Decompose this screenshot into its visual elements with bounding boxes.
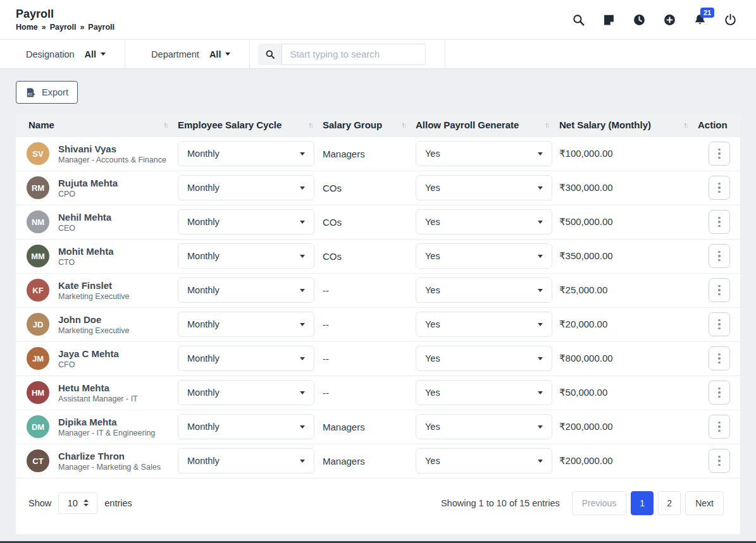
- employee-name: Jaya C Mehta: [58, 348, 119, 359]
- table-row: SV Shivani Vyas Manager - Accounts & Fin…: [16, 137, 740, 171]
- power-logout-icon[interactable]: [724, 13, 737, 27]
- row-actions-button[interactable]: [709, 312, 730, 336]
- entries-summary: Showing 1 to 10 of 15 entries: [441, 498, 560, 508]
- department-dropdown[interactable]: All: [209, 49, 231, 59]
- pagination-next-button[interactable]: Next: [685, 491, 724, 515]
- column-header[interactable]: Employee Salary Cycle ↑↓: [178, 114, 323, 137]
- employee-designation: Assistant Manager - IT: [58, 394, 138, 403]
- net-salary-cell: ₹500,000.00: [559, 205, 698, 239]
- salary-cycle-select[interactable]: Monthly: [178, 141, 314, 166]
- row-actions-button[interactable]: [709, 176, 730, 200]
- top-header: Payroll Home»Payroll»Payroll 21: [0, 0, 756, 39]
- allow-payroll-select[interactable]: Yes: [416, 141, 552, 166]
- designation-label: Designation: [26, 49, 75, 59]
- notification-count-badge: 21: [700, 8, 714, 18]
- row-actions-button[interactable]: [709, 210, 730, 234]
- chevron-down-icon: [300, 425, 305, 429]
- column-header[interactable]: Name ↑↓: [16, 114, 178, 137]
- chevron-down-icon: [300, 221, 305, 224]
- column-header-label: Salary Group: [323, 119, 382, 130]
- breadcrumb-item[interactable]: Payroll: [88, 23, 115, 32]
- chevron-down-icon: [538, 221, 543, 224]
- column-header[interactable]: Net Salary (Monthly) ↑↓: [559, 114, 698, 137]
- employee-name: Shivani Vyas: [58, 143, 166, 154]
- row-actions-button[interactable]: [709, 346, 730, 370]
- avatar: NM: [27, 210, 49, 233]
- search-icon[interactable]: [572, 13, 585, 27]
- chevron-down-icon: [300, 152, 305, 156]
- table-row: CT Charlize Thron Manager - Marketing & …: [16, 444, 740, 478]
- allow-payroll-select[interactable]: Yes: [416, 380, 552, 405]
- sort-arrows-icon: ↑↓: [545, 121, 550, 129]
- add-icon[interactable]: [663, 13, 676, 27]
- pagination-page-1[interactable]: 1: [631, 491, 654, 515]
- column-header[interactable]: Allow Payroll Generate ↑↓: [416, 114, 559, 137]
- employee-designation: CTO: [58, 258, 114, 267]
- allow-payroll-select[interactable]: Yes: [416, 209, 552, 235]
- salary-cycle-select[interactable]: Monthly: [178, 175, 314, 200]
- employee-name: Charlize Thron: [58, 451, 161, 461]
- salary-cycle-select[interactable]: Monthly: [178, 380, 314, 405]
- salary-cycle-select[interactable]: Monthly: [178, 346, 314, 371]
- notifications-bell-icon[interactable]: 21: [693, 13, 707, 27]
- allow-payroll-select[interactable]: Yes: [416, 312, 552, 337]
- sort-arrows-icon: ↑↓: [308, 121, 314, 129]
- allow-payroll-select[interactable]: Yes: [416, 448, 552, 473]
- employee-name: Nehil Mehta: [58, 212, 111, 223]
- row-actions-button[interactable]: [709, 142, 730, 166]
- table-row: MM Mohit Mehta CTO Monthly COs Yes ₹350,…: [16, 239, 740, 273]
- pagination-previous-button[interactable]: Previous: [572, 491, 626, 515]
- clock-icon[interactable]: [633, 13, 646, 27]
- column-header-label: Employee Salary Cycle: [178, 119, 282, 130]
- search-input-icon: [258, 44, 282, 65]
- notes-icon[interactable]: [602, 13, 616, 27]
- avatar: SV: [27, 142, 49, 165]
- salary-group-cell: --: [323, 273, 416, 307]
- table-row: HM Hetu Mehta Assistant Manager - IT Mon…: [16, 375, 740, 410]
- net-salary-cell: ₹20,000.00: [559, 307, 698, 341]
- column-header[interactable]: Salary Group ↑↓: [323, 114, 416, 137]
- row-actions-button[interactable]: [709, 381, 730, 405]
- row-actions-button[interactable]: [709, 415, 730, 439]
- allow-payroll-select[interactable]: Yes: [416, 278, 552, 303]
- export-icon: [25, 87, 36, 98]
- chevron-down-icon: [225, 52, 230, 56]
- net-salary-cell: ₹800,000.00: [559, 341, 698, 375]
- show-label: Show: [28, 498, 51, 508]
- column-header: Action: [698, 114, 740, 137]
- table-row: NM Nehil Mehta CEO Monthly COs Yes ₹500,…: [16, 205, 740, 239]
- breadcrumb-item[interactable]: Payroll: [50, 23, 77, 32]
- search-input[interactable]: [282, 44, 426, 65]
- salary-cycle-select[interactable]: Monthly: [178, 209, 314, 235]
- allow-payroll-select[interactable]: Yes: [416, 346, 552, 371]
- pagination-page-2[interactable]: 2: [658, 491, 681, 515]
- allow-payroll-select[interactable]: Yes: [416, 414, 552, 439]
- salary-group-cell: --: [323, 341, 416, 375]
- row-actions-button[interactable]: [709, 278, 730, 302]
- pagination-pages: 12: [626, 491, 681, 515]
- export-button[interactable]: Export: [16, 81, 78, 104]
- filter-bar: Designation All Department All: [0, 39, 756, 68]
- row-actions-button[interactable]: [709, 244, 730, 268]
- salary-cycle-select[interactable]: Monthly: [178, 312, 314, 337]
- row-actions-button[interactable]: [709, 449, 730, 473]
- chevron-down-icon: [538, 460, 543, 463]
- chevron-down-icon: [300, 357, 305, 360]
- page-size-control: Show 10 entries: [28, 492, 132, 514]
- breadcrumb-item[interactable]: Home: [16, 23, 38, 32]
- allow-payroll-select[interactable]: Yes: [416, 175, 552, 200]
- employee-cell: MM Mohit Mehta CTO: [16, 245, 178, 267]
- designation-dropdown[interactable]: All: [85, 49, 106, 59]
- salary-cycle-select[interactable]: Monthly: [178, 448, 314, 473]
- search-segment: [250, 40, 445, 68]
- salary-cycle-select[interactable]: Monthly: [178, 243, 314, 269]
- allow-payroll-select[interactable]: Yes: [416, 243, 552, 269]
- page-size-stepper[interactable]: 10: [58, 492, 97, 514]
- sort-arrows-icon: ↑↓: [163, 121, 169, 129]
- salary-cycle-select[interactable]: Monthly: [178, 414, 314, 439]
- main-content: Export Name ↑↓ Employee Salary Cycle ↑↓ …: [0, 68, 756, 534]
- salary-group-cell: Managers: [323, 444, 416, 478]
- chevron-down-icon: [538, 152, 543, 156]
- employee-cell: JD John Doe Marketing Executive: [16, 313, 178, 336]
- salary-cycle-select[interactable]: Monthly: [178, 278, 314, 303]
